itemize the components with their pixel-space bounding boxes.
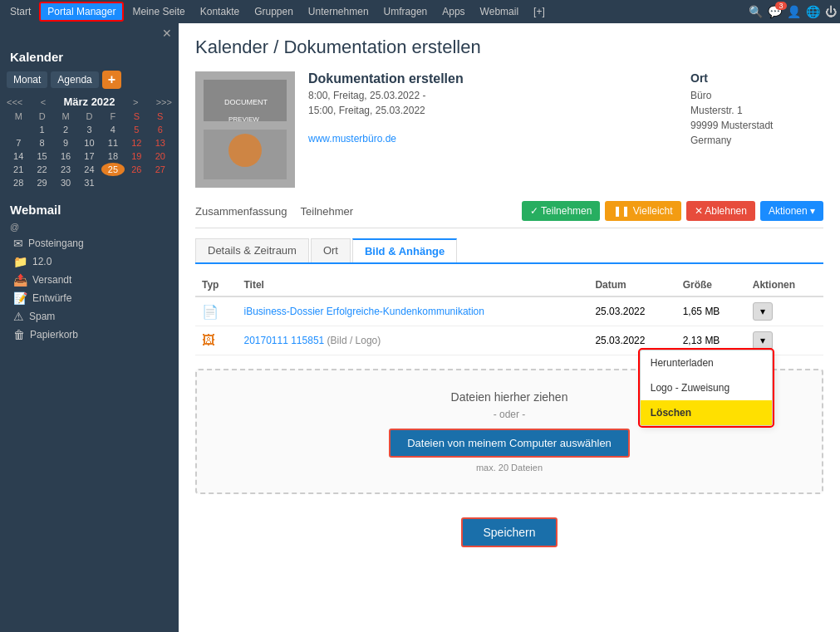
cal-day-24[interactable]: 24	[77, 163, 101, 176]
cal-day-3[interactable]: 3	[77, 123, 101, 136]
file1-link[interactable]: iBusiness-Dossier Erfolgreiche-Kundenkom…	[243, 306, 484, 317]
upload-limit: max. 20 Dateien	[217, 463, 802, 473]
webmail-papierkorb[interactable]: 🗑 Papierkorb	[10, 326, 169, 343]
versandt-label: Versandt	[32, 274, 71, 286]
prev-arrow[interactable]: <	[41, 97, 46, 107]
svg-text:DOCUMENT: DOCUMENT	[224, 98, 268, 106]
search-icon[interactable]: 🔍	[749, 5, 763, 18]
cal-day-16[interactable]: 16	[54, 149, 77, 163]
cal-day-12[interactable]: 12	[125, 136, 148, 149]
tab-zusammenfassung[interactable]: Zusammenfassung	[195, 202, 287, 221]
cal-day-15[interactable]: 15	[30, 149, 53, 163]
cal-day-1[interactable]: 1	[30, 123, 53, 136]
event-link[interactable]: www.musterbüro.de	[308, 133, 396, 145]
dropdown-item-loeschen[interactable]: Löschen	[641, 400, 772, 425]
tab-teilnehmer[interactable]: Teilnehmer	[301, 202, 354, 221]
cal-day-8[interactable]: 8	[30, 136, 53, 149]
spam-icon: ⚠	[13, 310, 24, 323]
file1-date: 25.03.2022	[588, 296, 675, 326]
svg-text:PREVIEW: PREVIEW	[228, 115, 259, 123]
cal-day-30[interactable]: 30	[54, 176, 77, 189]
nav-item-webmail[interactable]: Webmail	[474, 3, 525, 20]
cal-day-14[interactable]: 14	[7, 149, 30, 163]
user-icon[interactable]: 👤	[787, 5, 801, 18]
table-row: 🖼 20170111 115851 (Bild / Logo) 25.03.20…	[195, 326, 823, 355]
file2-dropdown-btn[interactable]: ▾	[753, 331, 773, 350]
cal-day-11[interactable]: 11	[101, 136, 125, 149]
cal-day-2[interactable]: 2	[54, 123, 77, 136]
cal-day-7[interactable]: 7	[7, 136, 30, 149]
ort-line1: Büro	[690, 88, 823, 103]
cal-day-9[interactable]: 9	[54, 136, 77, 149]
globe-icon[interactable]: 🌐	[806, 5, 820, 18]
col-titel: Titel	[237, 274, 588, 296]
nav-item-meine-seite[interactable]: Meine Seite	[125, 3, 191, 20]
cal-day-27[interactable]: 27	[149, 163, 172, 176]
vielleicht-button[interactable]: ❚❚ Vielleicht	[605, 201, 680, 221]
dropdown-item-logo-zuweisung[interactable]: Logo - Zuweisung	[641, 375, 772, 400]
sidebar: ✕ Kalender Monat Agenda + <<< < März 202…	[0, 23, 179, 632]
cal-day-28[interactable]: 28	[7, 176, 30, 189]
event-info: Dokumentation erstellen 8:00, Freitag, 2…	[308, 71, 671, 188]
file2-dropdown-menu: ▾ Herunterladen Logo - Zuweisung Löschen	[753, 331, 773, 350]
cal-day-18[interactable]: 18	[101, 149, 125, 163]
cal-day-19[interactable]: 19	[125, 149, 148, 163]
folder-label: 12.0	[32, 256, 52, 267]
teilnehmen-button[interactable]: ✓ Teilnehmen	[522, 201, 601, 221]
power-icon[interactable]: ⏻	[825, 5, 837, 18]
webmail-spam[interactable]: ⚠ Spam	[10, 308, 169, 325]
agenda-view-button[interactable]: Agenda	[51, 71, 98, 88]
sidebar-close-button[interactable]: ✕	[0, 23, 179, 43]
nav-item-plus[interactable]: [+]	[527, 3, 552, 20]
nav-icons: 🔍 💬 3 👤 🌐 ⏻	[749, 5, 837, 18]
cal-day-23[interactable]: 23	[54, 163, 77, 176]
dropdown-item-herunterladen[interactable]: Herunterladen	[641, 350, 772, 375]
cal-day-5[interactable]: 5	[125, 123, 148, 136]
prev-prev-arrow[interactable]: <<<	[7, 97, 22, 107]
cal-day-10[interactable]: 10	[77, 136, 101, 149]
add-event-button[interactable]: +	[102, 71, 121, 89]
cal-day-31[interactable]: 31	[77, 176, 101, 189]
month-view-button[interactable]: Monat	[7, 71, 47, 88]
file2-link[interactable]: 20170111 115851 (Bild / Logo)	[243, 335, 381, 346]
messages-icon[interactable]: 💬 3	[768, 5, 782, 18]
cal-day-13[interactable]: 13	[149, 136, 172, 149]
cal-day-25-today[interactable]: 25	[101, 163, 125, 176]
cal-day-29[interactable]: 29	[30, 176, 53, 189]
save-button[interactable]: Speichern	[461, 517, 557, 547]
cal-day-21[interactable]: 21	[7, 163, 30, 176]
cal-day-20[interactable]: 20	[149, 149, 172, 163]
nav-item-portal-manager[interactable]: Portal Manager	[39, 2, 124, 22]
nav-item-unternehmen[interactable]: Unternehmen	[302, 3, 376, 20]
cal-day-17[interactable]: 17	[77, 149, 101, 163]
calendar-title: Kalender	[0, 43, 179, 67]
nav-item-start[interactable]: Start	[3, 3, 37, 20]
nav-item-apps[interactable]: Apps	[435, 3, 471, 20]
cal-day-6[interactable]: 6	[149, 123, 172, 136]
cal-day-22[interactable]: 22	[30, 163, 53, 176]
webmail-versandt[interactable]: 📤 Versandt	[10, 272, 169, 288]
file1-dropdown-btn[interactable]: ▾	[753, 302, 773, 321]
upload-button[interactable]: Dateien von meinem Computer auswählen	[389, 429, 630, 458]
calendar-controls: Monat Agenda +	[0, 67, 179, 92]
calendar-navigation: <<< < März 2022 > >>>	[0, 92, 179, 111]
file1-type-icon: 📄	[195, 296, 237, 326]
nav-item-gruppen[interactable]: Gruppen	[248, 3, 300, 20]
next-next-arrow[interactable]: >>>	[156, 97, 172, 107]
aktionen-button[interactable]: Aktionen ▾	[760, 201, 823, 221]
subtab-details[interactable]: Details & Zeitraum	[195, 238, 309, 262]
subtab-bild-anhaenge[interactable]: Bild & Anhänge	[352, 238, 457, 262]
webmail-entwuerfe[interactable]: 📝 Entwürfe	[10, 290, 169, 306]
top-navigation: Start Portal Manager Meine Seite Kontakt…	[0, 0, 840, 23]
cal-day-4[interactable]: 4	[101, 123, 125, 136]
webmail-folder[interactable]: 📁 12.0	[10, 253, 169, 270]
subtab-ort[interactable]: Ort	[311, 238, 351, 262]
webmail-posteingang[interactable]: ✉ Posteingang	[10, 235, 169, 252]
action-bar: Zusammenfassung Teilnehmer ✓ Teilnehmen …	[195, 201, 823, 228]
nav-item-kontakte[interactable]: Kontakte	[194, 3, 246, 20]
spam-label: Spam	[29, 311, 55, 322]
cal-day-26[interactable]: 26	[125, 163, 148, 176]
ablehnen-button[interactable]: ✕ Ablehnen	[686, 201, 755, 221]
nav-item-umfragen[interactable]: Umfragen	[377, 3, 435, 20]
next-arrow[interactable]: >	[133, 97, 138, 107]
